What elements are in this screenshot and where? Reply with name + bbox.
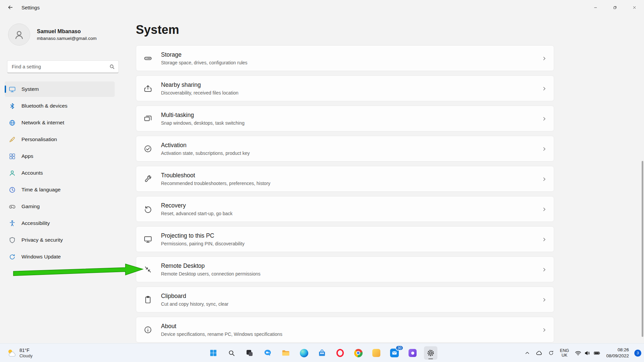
mail-button[interactable]: 30 [388,346,401,360]
settings-button[interactable] [424,346,437,360]
card-title: Storage [161,51,248,58]
weather-condition: Cloudy [19,354,33,358]
sidebar-item-network-internet[interactable]: Network & internet [5,115,115,130]
remote-icon [144,265,152,274]
quick-settings-button[interactable] [573,346,602,360]
accounts-icon [9,170,16,177]
search-icon [228,349,235,357]
taskbar-search-button[interactable] [225,346,238,360]
taskbar-apps: 30 [207,346,437,360]
chevron-right-icon [541,327,547,333]
sidebar-item-system[interactable]: System [5,81,115,97]
cloud-icon [536,350,543,357]
region-code: UK [560,353,569,358]
start-button[interactable] [207,346,220,360]
sidebar-item-label: Accounts [21,170,43,176]
chrome-button[interactable] [352,346,365,360]
card-subtitle: Activation state, subscriptions, product… [161,150,250,156]
network-icon [9,119,16,126]
tray-time: 08:26 [606,347,629,353]
search-icon [109,64,115,70]
volume-icon [584,350,591,357]
sidebar-item-time-language[interactable]: Time & language [5,182,115,197]
search-input[interactable] [7,61,118,73]
user-profile[interactable]: Samuel Mbanaso mbanaso.samuel@gmail.com [8,23,97,46]
tray-overflow-button[interactable] [523,346,532,360]
card-activation[interactable]: Activation Activation state, subscriptio… [136,136,554,162]
store-button[interactable] [315,346,329,360]
chevron-right-icon [541,146,547,152]
card-troubleshoot[interactable]: Troubleshoot Recommended troubleshooters… [136,166,554,192]
sidebar-item-label: Privacy & security [21,237,63,243]
card-remote-desktop[interactable]: Remote Desktop Remote Desktop users, con… [136,256,554,282]
accessibility-icon [9,220,16,227]
card-multi-tasking[interactable]: Multi-tasking Snap windows, desktops, ta… [136,106,554,131]
chat-button[interactable] [261,346,274,360]
card-recovery[interactable]: Recovery Reset, advanced start-up, go ba… [136,196,554,222]
card-title: Clipboard [161,293,228,300]
window-controls [586,0,644,15]
card-storage[interactable]: Storage Storage space, drives, configura… [136,45,554,71]
notification-badge[interactable]: 3 [634,350,641,357]
sidebar-item-personalisation[interactable]: Personalisation [5,132,115,147]
sidebar-item-bluetooth-devices[interactable]: Bluetooth & devices [5,98,115,114]
language-switcher[interactable]: ENG UK [558,346,571,360]
chevron-right-icon [541,86,547,92]
gaming-icon [9,203,16,210]
task-view-button[interactable] [243,346,256,360]
sidebar-item-label: Apps [21,153,33,159]
projecting-icon [144,235,152,244]
system-icon [9,86,16,93]
card-nearby-sharing[interactable]: Nearby sharing Discoverability, received… [136,75,554,101]
titlebar: Settings [0,0,644,15]
onedrive-tray-button[interactable] [534,346,544,360]
sidebar-item-windows-update[interactable]: Windows Update [5,249,115,264]
chevron-right-icon [541,237,547,242]
sidebar-item-label: Personalisation [21,136,57,142]
sync-tray-button[interactable] [546,346,556,360]
card-clipboard[interactable]: Clipboard Cut and copy history, sync, cl… [136,287,554,312]
card-title: Troubleshoot [161,172,270,179]
sidebar-item-label: Time & language [21,187,61,193]
window-title: Settings [21,5,40,10]
chevron-right-icon [541,297,547,303]
card-title: Recovery [161,202,232,209]
back-button[interactable] [4,2,17,13]
clock-button[interactable]: 08:26 08/09/2022 [604,346,631,360]
card-title: Nearby sharing [161,81,238,88]
sidebar-item-label: Network & internet [21,120,64,126]
restore-button[interactable] [605,0,625,15]
chevron-right-icon [541,267,547,273]
sidebar-item-accessibility[interactable]: Accessibility [5,216,115,231]
card-subtitle: Storage space, drives, configuration rul… [161,60,248,65]
minimize-button[interactable] [586,0,605,15]
person-icon [13,29,25,40]
storage-icon [144,54,152,63]
weather-widget[interactable]: 81°F Cloudy [3,344,36,362]
chrome-icon [354,349,363,357]
chevron-right-icon [541,116,547,122]
sidebar-item-gaming[interactable]: Gaming [5,199,115,214]
settings-gear-icon [426,349,435,357]
sidebar-item-apps[interactable]: Apps [5,148,115,164]
yellow-app-icon [372,349,380,357]
file-explorer-button[interactable] [279,346,292,360]
scrollbar-thumb[interactable] [642,161,643,337]
chevron-right-icon [541,56,547,61]
purple-app-button[interactable] [406,346,419,360]
personalisation-icon [9,136,16,143]
back-arrow-icon [7,4,13,10]
sidebar-item-label: Bluetooth & devices [21,103,67,109]
store-icon [318,349,326,357]
yellow-app-button[interactable] [370,346,383,360]
close-button[interactable] [625,0,644,15]
bluetooth-icon [9,103,16,110]
card-about[interactable]: About Device specifications, rename PC, … [136,317,554,343]
edge-button[interactable] [297,346,311,360]
card-subtitle: Cut and copy history, sync, clear [161,301,228,307]
card-projecting[interactable]: Projecting to this PC Permissions, pairi… [136,226,554,252]
opera-icon [336,349,344,357]
sidebar-item-accounts[interactable]: Accounts [5,165,115,181]
sidebar-item-privacy-security[interactable]: Privacy & security [5,232,115,248]
opera-button[interactable] [333,346,347,360]
